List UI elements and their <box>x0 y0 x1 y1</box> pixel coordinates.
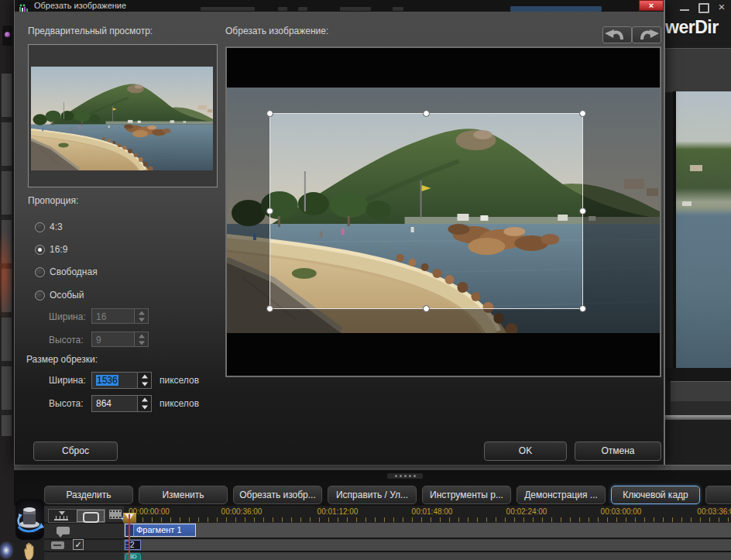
aspect-label: 16:9 <box>50 244 67 255</box>
titlebar-ghost <box>298 7 307 11</box>
custom-height-value: 9 <box>92 332 134 346</box>
track-header-column: + ✓ <box>44 506 124 560</box>
custom-width-field: 16 <box>91 308 149 324</box>
reset-button[interactable]: Сброс <box>33 441 118 461</box>
video-track-3[interactable] <box>124 552 731 560</box>
custom-height-stepper <box>134 332 148 346</box>
power-tools-button[interactable]: Инструменты р... <box>422 486 511 504</box>
crop-width-value[interactable]: 1536 <box>92 373 137 388</box>
aspect-option-custom[interactable]: Особый <box>35 290 84 301</box>
radio-icon-checked[interactable] <box>35 245 45 255</box>
crop-height-field[interactable]: 864 <box>91 395 152 412</box>
window-close-icon[interactable]: × <box>716 0 728 14</box>
custom-width-stepper <box>134 309 148 323</box>
stepper-down-icon[interactable] <box>138 380 151 388</box>
timeline-clip-2[interactable]: 2 <box>125 540 141 550</box>
crop-height-units: пикселов <box>160 398 199 409</box>
radio-icon[interactable] <box>35 267 45 277</box>
ruler-timestamp: 00:03:00:00 <box>601 507 642 516</box>
stepper-down-icon <box>135 339 148 346</box>
background-mini-button <box>2 26 12 46</box>
timeline-clip-3d[interactable]: 3D <box>125 553 141 560</box>
crop-handle-top-right[interactable] <box>579 110 586 117</box>
crop-image-button[interactable]: Обрезать изобр... <box>233 486 322 504</box>
screen-icon <box>83 512 99 523</box>
background-left-panel <box>0 0 14 560</box>
crop-handle-bottom[interactable] <box>423 305 430 312</box>
custom-width-value: 16 <box>92 309 134 323</box>
ruler-timestamp: 00:01:12:00 <box>317 507 359 516</box>
timeline-view-toggle <box>48 509 105 523</box>
crop-handle-top-left[interactable] <box>266 110 273 117</box>
fix-enhance-button[interactable]: Исправить / Ул... <box>328 486 417 504</box>
stepper-down-icon[interactable] <box>138 404 151 411</box>
split-button[interactable]: Разделить <box>44 486 133 504</box>
background-right-panel: × werDir <box>664 0 731 469</box>
dialog-close-button[interactable]: × <box>639 0 664 11</box>
stepper-up-icon[interactable] <box>138 373 151 380</box>
restore-icon[interactable] <box>698 3 709 13</box>
crop-handle-bottom-left[interactable] <box>266 305 273 312</box>
titlebar-ghost <box>393 7 403 11</box>
dialog-titlebar[interactable]: Обрезать изображение × <box>15 0 664 12</box>
magic-hat-icon <box>15 499 44 540</box>
video-track-1[interactable] <box>124 523 731 538</box>
timeline-clip-fragment1[interactable]: Фрагмент 1 <box>125 524 196 537</box>
crop-handle-right[interactable] <box>579 208 586 215</box>
preview-building <box>690 165 702 171</box>
ok-button[interactable]: OK <box>484 441 567 461</box>
playhead-line[interactable] <box>129 514 130 560</box>
magic-tools-button[interactable] <box>15 499 44 540</box>
powerdirector-logo: werDir <box>665 17 731 38</box>
timeline-ruler[interactable]: 00:00:00:00 00:00:36:00 00:01:12:00 00:0… <box>124 506 731 523</box>
stepper-up-icon[interactable] <box>138 396 151 404</box>
ruler-timestamp: 00:02:24:00 <box>506 507 547 516</box>
proportion-label: Пропорция: <box>28 195 78 206</box>
add-track-button[interactable]: + <box>109 508 125 521</box>
keyframe-button[interactable]: Ключевой кадр <box>611 486 700 504</box>
aspect-option-16-9[interactable]: 16:9 <box>35 244 67 255</box>
preview-photo <box>31 67 213 170</box>
redo-button[interactable] <box>632 26 661 43</box>
stepper-up-icon <box>135 309 148 316</box>
redo-icon <box>633 27 661 43</box>
function-toolbar: Разделить Изменить Обрезать изобр... Исп… <box>14 484 731 506</box>
stepper-down-icon <box>135 316 148 323</box>
crop-height-stepper[interactable] <box>137 396 151 411</box>
ruler-view-toggle[interactable] <box>49 510 77 522</box>
aspect-label: Свободная <box>50 266 98 277</box>
cancel-button[interactable]: Отмена <box>575 441 661 461</box>
panel-splitter <box>14 465 731 470</box>
aspect-option-free[interactable]: Свободная <box>35 266 98 277</box>
splitter-grip[interactable] <box>387 473 423 479</box>
crop-width-units: пикселов <box>160 375 199 386</box>
film-holes <box>110 517 121 518</box>
radio-icon[interactable] <box>35 222 45 232</box>
hand-tool-icon[interactable] <box>20 541 40 560</box>
next-button-clipped[interactable]: П <box>705 486 731 504</box>
undo-button[interactable] <box>602 26 632 43</box>
crop-handle-bottom-right[interactable] <box>579 305 586 312</box>
video-track-2[interactable] <box>124 539 731 551</box>
comment-track-icon[interactable] <box>57 527 70 534</box>
undo-icon <box>603 27 631 43</box>
aspect-label: 4:3 <box>50 222 63 232</box>
radio-icon[interactable] <box>35 290 45 301</box>
minimize-icon[interactable] <box>680 9 689 11</box>
crop-width-stepper[interactable] <box>137 373 151 388</box>
crop-rectangle[interactable] <box>269 113 583 309</box>
screen: × werDir Разделить Изменить Обрезать изо… <box>0 0 731 560</box>
crop-width-field[interactable]: 1536 <box>91 372 152 389</box>
subtitle-track-icon[interactable] <box>51 541 64 549</box>
edit-button[interactable]: Изменить <box>139 486 228 504</box>
track-enabled-checkbox[interactable]: ✓ <box>73 539 84 550</box>
track-separator <box>44 551 124 552</box>
titlebar-ghost <box>201 7 255 11</box>
aspect-option-4-3[interactable]: 4:3 <box>35 222 63 232</box>
crop-handle-left[interactable] <box>266 208 273 215</box>
crop-handle-top[interactable] <box>423 110 430 117</box>
demo-button[interactable]: Демонстрация ... <box>517 486 606 504</box>
storyboard-view-toggle[interactable] <box>77 510 105 522</box>
crop-height-value[interactable]: 864 <box>92 396 137 411</box>
track-separator <box>44 538 124 540</box>
